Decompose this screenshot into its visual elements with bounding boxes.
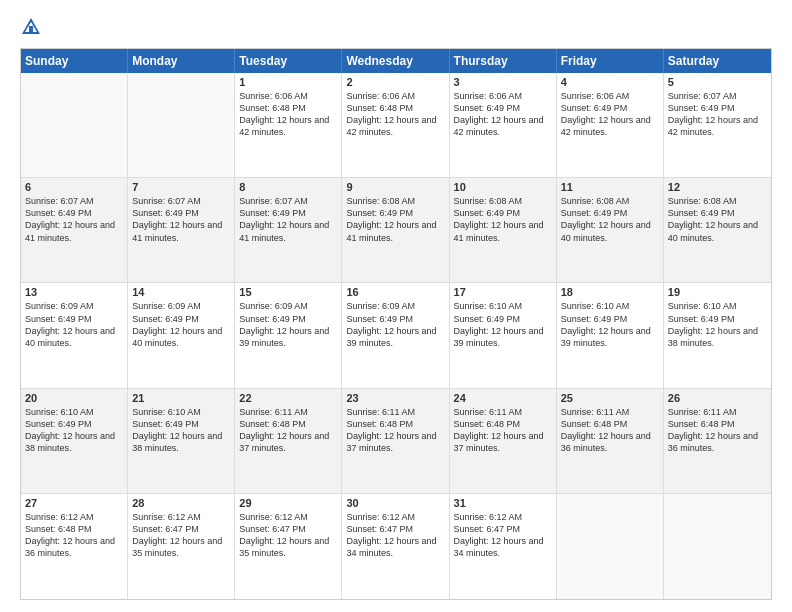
day-28: 28Sunrise: 6:12 AM Sunset: 6:47 PM Dayli… [128, 494, 235, 599]
day-6: 6Sunrise: 6:07 AM Sunset: 6:49 PM Daylig… [21, 178, 128, 282]
day-7: 7Sunrise: 6:07 AM Sunset: 6:49 PM Daylig… [128, 178, 235, 282]
day-info: Sunrise: 6:10 AM Sunset: 6:49 PM Dayligh… [25, 406, 123, 455]
day-info: Sunrise: 6:07 AM Sunset: 6:49 PM Dayligh… [239, 195, 337, 244]
day-info: Sunrise: 6:11 AM Sunset: 6:48 PM Dayligh… [454, 406, 552, 455]
day-number: 8 [239, 181, 337, 193]
day-info: Sunrise: 6:09 AM Sunset: 6:49 PM Dayligh… [132, 300, 230, 349]
day-info: Sunrise: 6:09 AM Sunset: 6:49 PM Dayligh… [25, 300, 123, 349]
week-1: 1Sunrise: 6:06 AM Sunset: 6:48 PM Daylig… [21, 73, 771, 178]
day-16: 16Sunrise: 6:09 AM Sunset: 6:49 PM Dayli… [342, 283, 449, 387]
day-2: 2Sunrise: 6:06 AM Sunset: 6:48 PM Daylig… [342, 73, 449, 177]
day-27: 27Sunrise: 6:12 AM Sunset: 6:48 PM Dayli… [21, 494, 128, 599]
day-number: 31 [454, 497, 552, 509]
day-info: Sunrise: 6:09 AM Sunset: 6:49 PM Dayligh… [346, 300, 444, 349]
day-number: 6 [25, 181, 123, 193]
day-number: 7 [132, 181, 230, 193]
day-number: 25 [561, 392, 659, 404]
header-monday: Monday [128, 49, 235, 73]
logo-icon [20, 16, 42, 38]
day-11: 11Sunrise: 6:08 AM Sunset: 6:49 PM Dayli… [557, 178, 664, 282]
week-3: 13Sunrise: 6:09 AM Sunset: 6:49 PM Dayli… [21, 283, 771, 388]
day-19: 19Sunrise: 6:10 AM Sunset: 6:49 PM Dayli… [664, 283, 771, 387]
day-info: Sunrise: 6:12 AM Sunset: 6:47 PM Dayligh… [132, 511, 230, 560]
day-number: 27 [25, 497, 123, 509]
week-4: 20Sunrise: 6:10 AM Sunset: 6:49 PM Dayli… [21, 389, 771, 494]
day-20: 20Sunrise: 6:10 AM Sunset: 6:49 PM Dayli… [21, 389, 128, 493]
day-number: 9 [346, 181, 444, 193]
day-info: Sunrise: 6:11 AM Sunset: 6:48 PM Dayligh… [561, 406, 659, 455]
day-number: 15 [239, 286, 337, 298]
day-info: Sunrise: 6:12 AM Sunset: 6:47 PM Dayligh… [346, 511, 444, 560]
day-info: Sunrise: 6:11 AM Sunset: 6:48 PM Dayligh… [239, 406, 337, 455]
day-number: 2 [346, 76, 444, 88]
header-saturday: Saturday [664, 49, 771, 73]
day-number: 16 [346, 286, 444, 298]
day-number: 23 [346, 392, 444, 404]
day-info: Sunrise: 6:06 AM Sunset: 6:48 PM Dayligh… [346, 90, 444, 139]
day-8: 8Sunrise: 6:07 AM Sunset: 6:49 PM Daylig… [235, 178, 342, 282]
day-info: Sunrise: 6:06 AM Sunset: 6:49 PM Dayligh… [454, 90, 552, 139]
header [20, 16, 772, 38]
day-1: 1Sunrise: 6:06 AM Sunset: 6:48 PM Daylig… [235, 73, 342, 177]
day-number: 21 [132, 392, 230, 404]
day-number: 1 [239, 76, 337, 88]
day-info: Sunrise: 6:12 AM Sunset: 6:48 PM Dayligh… [25, 511, 123, 560]
day-empty [664, 494, 771, 599]
day-24: 24Sunrise: 6:11 AM Sunset: 6:48 PM Dayli… [450, 389, 557, 493]
day-info: Sunrise: 6:08 AM Sunset: 6:49 PM Dayligh… [346, 195, 444, 244]
day-number: 17 [454, 286, 552, 298]
day-info: Sunrise: 6:10 AM Sunset: 6:49 PM Dayligh… [454, 300, 552, 349]
day-number: 3 [454, 76, 552, 88]
day-number: 26 [668, 392, 767, 404]
day-info: Sunrise: 6:08 AM Sunset: 6:49 PM Dayligh… [668, 195, 767, 244]
day-number: 18 [561, 286, 659, 298]
calendar-body: 1Sunrise: 6:06 AM Sunset: 6:48 PM Daylig… [21, 73, 771, 599]
header-sunday: Sunday [21, 49, 128, 73]
day-number: 10 [454, 181, 552, 193]
header-thursday: Thursday [450, 49, 557, 73]
day-23: 23Sunrise: 6:11 AM Sunset: 6:48 PM Dayli… [342, 389, 449, 493]
svg-rect-2 [29, 26, 33, 32]
day-number: 20 [25, 392, 123, 404]
day-info: Sunrise: 6:07 AM Sunset: 6:49 PM Dayligh… [668, 90, 767, 139]
day-info: Sunrise: 6:09 AM Sunset: 6:49 PM Dayligh… [239, 300, 337, 349]
day-number: 28 [132, 497, 230, 509]
day-31: 31Sunrise: 6:12 AM Sunset: 6:47 PM Dayli… [450, 494, 557, 599]
header-friday: Friday [557, 49, 664, 73]
day-info: Sunrise: 6:07 AM Sunset: 6:49 PM Dayligh… [132, 195, 230, 244]
day-number: 19 [668, 286, 767, 298]
day-number: 12 [668, 181, 767, 193]
day-info: Sunrise: 6:08 AM Sunset: 6:49 PM Dayligh… [454, 195, 552, 244]
day-info: Sunrise: 6:10 AM Sunset: 6:49 PM Dayligh… [561, 300, 659, 349]
calendar: SundayMondayTuesdayWednesdayThursdayFrid… [20, 48, 772, 600]
day-15: 15Sunrise: 6:09 AM Sunset: 6:49 PM Dayli… [235, 283, 342, 387]
day-9: 9Sunrise: 6:08 AM Sunset: 6:49 PM Daylig… [342, 178, 449, 282]
week-2: 6Sunrise: 6:07 AM Sunset: 6:49 PM Daylig… [21, 178, 771, 283]
day-info: Sunrise: 6:10 AM Sunset: 6:49 PM Dayligh… [668, 300, 767, 349]
day-26: 26Sunrise: 6:11 AM Sunset: 6:48 PM Dayli… [664, 389, 771, 493]
day-info: Sunrise: 6:11 AM Sunset: 6:48 PM Dayligh… [346, 406, 444, 455]
day-number: 24 [454, 392, 552, 404]
day-number: 29 [239, 497, 337, 509]
day-25: 25Sunrise: 6:11 AM Sunset: 6:48 PM Dayli… [557, 389, 664, 493]
day-number: 30 [346, 497, 444, 509]
day-info: Sunrise: 6:12 AM Sunset: 6:47 PM Dayligh… [239, 511, 337, 560]
day-info: Sunrise: 6:11 AM Sunset: 6:48 PM Dayligh… [668, 406, 767, 455]
day-12: 12Sunrise: 6:08 AM Sunset: 6:49 PM Dayli… [664, 178, 771, 282]
day-30: 30Sunrise: 6:12 AM Sunset: 6:47 PM Dayli… [342, 494, 449, 599]
day-info: Sunrise: 6:06 AM Sunset: 6:48 PM Dayligh… [239, 90, 337, 139]
day-29: 29Sunrise: 6:12 AM Sunset: 6:47 PM Dayli… [235, 494, 342, 599]
page: SundayMondayTuesdayWednesdayThursdayFrid… [0, 0, 792, 612]
header-tuesday: Tuesday [235, 49, 342, 73]
day-info: Sunrise: 6:10 AM Sunset: 6:49 PM Dayligh… [132, 406, 230, 455]
day-empty [557, 494, 664, 599]
calendar-header: SundayMondayTuesdayWednesdayThursdayFrid… [21, 49, 771, 73]
day-number: 5 [668, 76, 767, 88]
day-13: 13Sunrise: 6:09 AM Sunset: 6:49 PM Dayli… [21, 283, 128, 387]
day-empty [128, 73, 235, 177]
day-number: 14 [132, 286, 230, 298]
day-info: Sunrise: 6:08 AM Sunset: 6:49 PM Dayligh… [561, 195, 659, 244]
header-wednesday: Wednesday [342, 49, 449, 73]
day-info: Sunrise: 6:06 AM Sunset: 6:49 PM Dayligh… [561, 90, 659, 139]
day-21: 21Sunrise: 6:10 AM Sunset: 6:49 PM Dayli… [128, 389, 235, 493]
